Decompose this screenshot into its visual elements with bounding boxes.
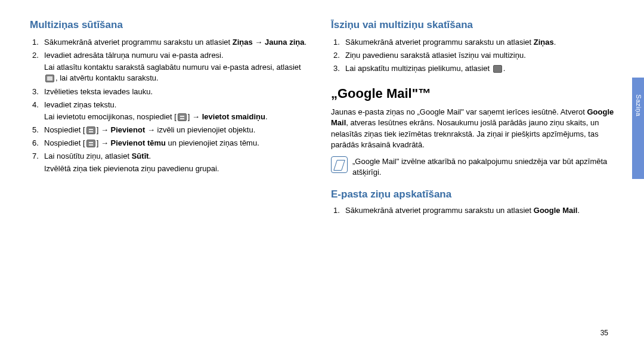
tail: . [577,206,580,215]
list-item: 6. Nospiediet [] → Pievienot tēmu un pie… [30,138,313,149]
sub-text: Lai ievietotu emocijikonas, nospiediet [… [44,112,313,122]
item-number: 1. [32,37,39,48]
mid-text: → izvēli un pievienojiet objektu. [145,125,255,134]
list-item: 4. Ievadiet ziņas tekstu. Lai ievietotu … [30,100,313,122]
item-number: 4. [32,100,39,110]
heading-multizinas: Multiziņas sūtīšana [30,18,313,32]
item-number: 3. [32,87,39,97]
sub-part: , lai atvērtu kontaktu sarakstu. [55,73,159,82]
sub-text: Izvēlētā ziņa tiek pievienota ziņu paved… [44,163,313,174]
right-column: Īsziņu vai multiziņu skatīšana 1. Sākume… [331,18,614,218]
right-list-1: 1. Sākumekrānā atveriet programmu saraks… [331,37,614,75]
list-item: 1. Sākumekrānā atveriet programmu saraks… [331,37,614,48]
sub-part: Lai atlasītu kontaktu sarakstā saglabātu… [44,63,301,72]
item-number: 1. [333,37,340,48]
item-number: 5. [32,125,39,135]
item-number: 7. [32,151,39,162]
list-item: 1. Sākumekrānā atveriet programmu saraks… [331,205,614,216]
item-text: Ziņu pavedienu sarakstā atlasiet īsziņu … [345,51,526,60]
list-item: 2. Ievadiet adresāta tālruņa numuru vai … [30,50,313,84]
bold-text: Ievietot smaidiņu [202,112,265,121]
heading-epasta: E-pasta ziņu apskatīšana [331,187,614,202]
tail: . [304,38,306,47]
bold-text: Ziņas [233,38,253,47]
after-icon: ] → [97,125,111,134]
mid-text: un pievienojiet ziņas tēmu. [166,138,259,147]
contacts-icon [45,75,54,82]
tail: . [265,112,268,121]
bold-text: Sūtīt [132,152,149,160]
sub-text: Lai atlasītu kontaktu sarakstā saglabātu… [44,62,313,84]
note-text: „Google Mail" izvēlne atkarībā no pakalp… [352,156,614,178]
item-text: Sākumekrānā atveriet programmu sarakstu … [345,206,534,215]
item-text: Nospiediet [ [44,125,85,134]
menu-icon [178,113,187,121]
heading-google-mail: „Google Mail"™ [331,85,614,103]
list-item: 1. Sākumekrānā atveriet programmu saraks… [30,37,313,48]
para-text: Jaunas e-pasta ziņas no „Google Mail" va… [331,107,587,116]
item-text: Nospiediet [ [44,138,85,147]
tail: . [503,64,506,73]
bold-text: Ziņas [534,38,554,47]
item-text: Ievadiet ziņas tekstu. [44,100,116,109]
bold-text: Google Mail [534,206,578,215]
menu-icon [86,140,95,147]
item-text: Lai nosūtītu ziņu, atlasiet [44,152,132,160]
bold-text: Jauna ziņa [265,38,304,47]
note-block: „Google Mail" izvēlne atkarībā no pakalp… [331,155,614,179]
left-column: Multiziņas sūtīšana 1. Sākumekrānā atver… [30,18,313,218]
list-item: 2. Ziņu pavedienu sarakstā atlasiet īszi… [331,50,614,61]
item-number: 2. [32,50,39,61]
tail: . [554,38,556,47]
list-item: 7. Lai nosūtītu ziņu, atlasiet Sūtīt. Iz… [30,151,313,174]
para-text: , atveras Iesūtnes ekrāns. Nosaukumu jos… [331,118,599,149]
sub-part: Lai ievietotu emocijikonas, nospiediet [ [44,112,177,121]
item-text: Izvēlieties teksta ievades lauku. [44,87,153,96]
tail: . [149,152,151,160]
item-number: 2. [333,50,340,61]
side-tab [632,78,644,179]
note-icon [331,156,348,173]
list-item: 3. Lai apskatītu multiziņas pielikumu, a… [331,63,614,74]
after-icon: ] → [97,138,111,147]
page-content: Multiziņas sūtīšana 1. Sākumekrānā atver… [0,0,644,230]
item-text: Sākumekrānā atveriet programmu sarakstu … [345,38,534,47]
list-item: 3. Izvēlieties teksta ievades lauku. [30,87,313,97]
item-number: 1. [333,205,340,216]
left-list: 1. Sākumekrānā atveriet programmu saraks… [30,37,313,174]
arrow: → [253,38,265,47]
menu-icon [86,126,95,134]
side-tab-label: Saziņa [634,94,643,116]
item-text: Lai apskatītu multiziņas pielikumu, atla… [345,64,492,73]
item-text: Ievadiet adresāta tālruņa numuru vai e-p… [44,51,224,60]
page-number: 35 [600,328,608,338]
item-number: 3. [333,63,340,74]
bold-text: Pievienot tēmu [111,138,166,147]
item-text: Sākumekrānā atveriet programmu sarakstu … [44,38,233,47]
list-item: 5. Nospiediet [] → Pievienot → izvēli un… [30,125,313,135]
gmail-paragraph: Jaunas e-pasta ziņas no „Google Mail" va… [331,107,614,150]
heading-iszinu: Īsziņu vai multiziņu skatīšana [331,18,614,32]
attachment-icon [493,65,502,73]
bold-text: Pievienot [111,125,145,134]
sub-part: ] → [188,112,202,121]
right-list-2: 1. Sākumekrānā atveriet programmu saraks… [331,205,614,216]
item-number: 6. [32,138,39,149]
